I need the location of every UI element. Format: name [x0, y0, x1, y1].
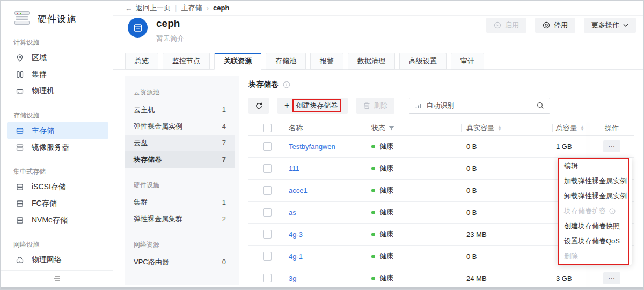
sort-icon[interactable]: ▲▼	[497, 125, 502, 131]
stop-circle-icon	[543, 21, 550, 29]
menu-item-create-snapshot[interactable]: 创建块存储卷快照	[558, 219, 632, 234]
sidebar-item-iscsi-storage[interactable]: iSCSI存储	[1, 179, 113, 195]
subnav-item-block-volume[interactable]: 块存储卷 7	[125, 151, 235, 168]
menu-item-set-qos[interactable]: 设置块存储卷QoS	[558, 234, 632, 249]
row-checkbox[interactable]	[263, 142, 272, 151]
disable-button[interactable]: 停用	[535, 18, 575, 33]
sidebar-item-physical-machine[interactable]: 物理机	[1, 83, 113, 99]
sidebar-item-physical-network[interactable]: 物理网络	[1, 251, 113, 268]
volume-name-link[interactable]: Testbyfangwen	[289, 143, 335, 151]
row-more-actions-button[interactable]: ⋯	[603, 272, 620, 284]
sidebar-item-primary-storage[interactable]: 主存储	[7, 122, 108, 139]
more-actions-button[interactable]: 更多操作	[584, 18, 636, 33]
table-row[interactable]: 3g 健康 24 MB 3 GB ⋯	[248, 267, 634, 289]
menu-item-detach-baremetal[interactable]: 卸载弹性裸金属实例	[558, 189, 632, 204]
subnav-item-baremetal-cluster[interactable]: 弹性裸金属集群 2	[125, 211, 235, 227]
column-label: 状态	[371, 123, 385, 133]
column-header-real-capacity[interactable]: 真实容量 ▲▼	[461, 123, 552, 133]
subnav-count: 7	[222, 155, 226, 163]
real-capacity-value: 0 B	[461, 143, 552, 151]
row-more-actions-button[interactable]: ⋯	[603, 140, 620, 152]
subnav-count: 1	[222, 198, 226, 206]
row-checkbox[interactable]	[263, 230, 272, 239]
volume-name-link[interactable]: 111	[289, 165, 299, 173]
chevron-right-icon: ›	[206, 4, 209, 12]
row-checkbox[interactable]	[263, 208, 272, 217]
collapse-icon	[53, 274, 61, 284]
column-label: 真实容量	[466, 123, 494, 133]
sidebar-item-label: FC存储	[32, 199, 57, 209]
real-capacity-value: 0 B	[461, 209, 552, 217]
create-volume-button[interactable]: + 创建块存储卷	[277, 98, 348, 114]
tab-advanced-settings[interactable]: 高级设置	[399, 53, 447, 70]
volume-name-link[interactable]: 4g-1	[289, 252, 303, 261]
info-icon	[609, 208, 616, 214]
menu-item-attach-baremetal[interactable]: 加载弹性裸金属实例	[558, 174, 632, 189]
info-icon	[283, 81, 290, 88]
volume-name-link[interactable]: 3g	[289, 274, 296, 282]
sidebar-section-network: 网络设施	[1, 240, 113, 249]
search-input[interactable]: 自动识别	[409, 98, 550, 114]
header-actions: 启用 停用 更多操作	[486, 18, 636, 33]
status-dot	[371, 211, 375, 214]
app-logo: 硬件设施	[1, 1, 113, 26]
sidebar-item-nvme-storage[interactable]: NVMe存储	[1, 212, 113, 228]
enable-button[interactable]: 启用	[486, 18, 526, 33]
primary-storage-icon	[16, 127, 24, 135]
sort-icon[interactable]: ▲▼	[580, 125, 584, 131]
tab-monitor-nodes[interactable]: 监控节点	[163, 53, 210, 70]
status-text: 健康	[379, 142, 393, 150]
subnav-label: 云主机	[134, 105, 155, 115]
sidebar-collapse-button[interactable]	[1, 270, 113, 287]
volume-name-link[interactable]: acce1	[289, 187, 308, 195]
hardware-logo-icon	[14, 11, 31, 26]
menu-item-delete[interactable]: 删除	[558, 249, 632, 264]
subnav-item-cloud-disk[interactable]: 云盘 7	[125, 135, 235, 151]
subnav-count: 1	[222, 106, 226, 114]
row-checkbox[interactable]	[263, 186, 272, 195]
sidebar-section-storage: 存储设施	[1, 111, 113, 120]
status-text: 健康	[379, 186, 393, 194]
subnav-item-vm[interactable]: 云主机 1	[125, 101, 235, 118]
tab-storage-pools[interactable]: 存储池	[266, 53, 306, 70]
table-toolbar: + 创建块存储卷 删除 自动识别	[248, 98, 550, 114]
sidebar-item-image-server[interactable]: 镜像服务器	[1, 139, 113, 155]
tab-alarms[interactable]: 报警	[310, 53, 343, 70]
back-link[interactable]: ← 返回上一页	[125, 3, 171, 13]
search-icon[interactable]	[537, 102, 544, 109]
table-row[interactable]: Testbyfangwen 健康 0 B 1 GB ⋯	[248, 136, 634, 158]
column-header-total-capacity[interactable]: 总容量 ▲▼	[552, 123, 590, 133]
sidebar-item-fc-storage[interactable]: FC存储	[1, 195, 113, 212]
tab-associated-resources[interactable]: 关联资源	[214, 53, 261, 70]
volume-name-link[interactable]: 4g-3	[289, 230, 303, 239]
disk-icon	[16, 183, 24, 191]
status-text: 健康	[379, 274, 393, 282]
tab-data-cleanup[interactable]: 数据清理	[348, 53, 395, 70]
sidebar-item-label: 区域	[32, 53, 47, 63]
tab-audit[interactable]: 审计	[451, 53, 484, 70]
row-checkbox[interactable]	[263, 274, 272, 282]
column-header-status[interactable]: 状态	[368, 123, 461, 133]
menu-item-edit[interactable]: 编辑	[558, 159, 632, 174]
volume-name-link[interactable]: as	[289, 209, 296, 217]
sidebar-item-cluster[interactable]: 集群	[1, 66, 113, 83]
select-all-checkbox[interactable]	[263, 124, 272, 132]
tab-overview[interactable]: 总览	[125, 53, 158, 70]
filter-icon[interactable]	[389, 125, 394, 131]
cluster-icon	[16, 70, 24, 79]
refresh-button[interactable]	[248, 98, 269, 114]
menu-item-expand-volume[interactable]: 块存储卷扩容	[558, 204, 632, 219]
breadcrumb-parent[interactable]: 主存储	[181, 3, 202, 13]
plus-icon: +	[284, 102, 289, 109]
disable-label: 停用	[554, 20, 568, 30]
subnav-item-cluster[interactable]: 集群 1	[125, 194, 235, 211]
subnav-item-baremetal-instance[interactable]: 弹性裸金属实例 4	[125, 118, 235, 135]
delete-button[interactable]: 删除	[356, 98, 394, 114]
sidebar-item-zone[interactable]: 区域	[1, 49, 113, 66]
row-checkbox[interactable]	[263, 252, 272, 261]
column-header-name[interactable]: 名称	[274, 123, 368, 133]
real-capacity-value: 23 MB	[461, 230, 552, 239]
subnav-item-vpc-router[interactable]: VPC路由器 0	[125, 254, 235, 270]
network-icon	[16, 256, 24, 264]
row-checkbox[interactable]	[263, 164, 272, 173]
